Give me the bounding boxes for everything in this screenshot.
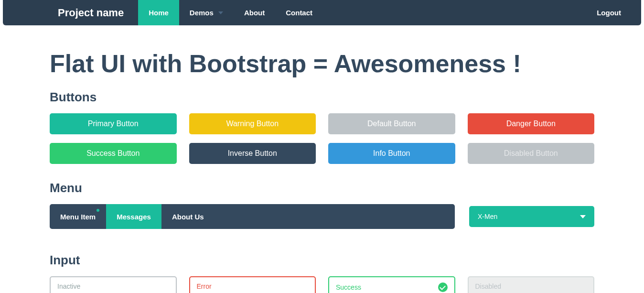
page-title: Flat UI with Bootstrap = Awesomeness ! <box>50 49 594 78</box>
nav-items: Home Demos About Contact <box>138 0 323 25</box>
disabled-button: Disabled Button <box>468 143 595 164</box>
error-input[interactable]: Error <box>189 276 316 293</box>
dropdown-select[interactable]: X-Men <box>469 206 594 227</box>
menu-label: About Us <box>172 213 204 221</box>
nav-item-logout[interactable]: Logout <box>586 0 632 25</box>
menu-label: Menu Item <box>60 213 96 221</box>
nav-label: Logout <box>597 9 621 17</box>
primary-button[interactable]: Primary Button <box>50 113 177 134</box>
input-placeholder: Disabled <box>475 282 501 290</box>
nav-label: Contact <box>286 9 312 17</box>
success-button[interactable]: Success Button <box>50 143 177 164</box>
menu-item-menuitem[interactable]: Menu Item <box>50 204 106 229</box>
chevron-down-icon <box>580 215 586 218</box>
default-button[interactable]: Default Button <box>328 113 455 134</box>
nav-label: Demos <box>190 9 214 17</box>
warning-button[interactable]: Warning Button <box>189 113 316 134</box>
input-placeholder: Success <box>336 283 361 291</box>
checkmark-icon <box>438 282 448 292</box>
input-grid: Inactive Error Success Disabled <box>50 276 594 293</box>
notification-dot-icon <box>97 209 99 212</box>
disabled-input: Disabled <box>468 276 595 293</box>
dropdown-value: X-Men <box>478 213 497 220</box>
navbar-brand[interactable]: Project name <box>12 7 133 19</box>
menu-bar: Menu Item Messages About Us <box>50 204 455 229</box>
main-container: Flat UI with Bootstrap = Awesomeness ! B… <box>50 25 594 293</box>
menu-heading: Menu <box>50 181 594 195</box>
danger-button[interactable]: Danger Button <box>468 113 595 134</box>
menu-label: Messages <box>117 213 151 221</box>
nav-item-about[interactable]: About <box>234 0 275 25</box>
inverse-button[interactable]: Inverse Button <box>189 143 316 164</box>
nav-item-demos[interactable]: Demos <box>179 0 234 25</box>
buttons-heading: Buttons <box>50 90 594 105</box>
button-grid: Primary Button Warning Button Default Bu… <box>50 113 594 164</box>
menu-item-messages[interactable]: Messages <box>106 204 161 229</box>
input-placeholder: Error <box>197 282 212 290</box>
menu-row: Menu Item Messages About Us X-Men <box>50 204 594 229</box>
chevron-down-icon <box>218 11 223 14</box>
inactive-input[interactable]: Inactive <box>50 276 177 293</box>
success-input[interactable]: Success <box>328 276 455 293</box>
menu-item-aboutus[interactable]: About Us <box>161 204 215 229</box>
input-placeholder: Inactive <box>57 282 80 290</box>
input-heading: Input <box>50 253 594 268</box>
nav-item-contact[interactable]: Contact <box>275 0 323 25</box>
info-button[interactable]: Info Button <box>328 143 455 164</box>
nav-label: Home <box>149 9 169 17</box>
nav-item-home[interactable]: Home <box>138 0 179 25</box>
navbar: Project name Home Demos About Contact Lo… <box>3 0 641 25</box>
nav-label: About <box>244 9 265 17</box>
